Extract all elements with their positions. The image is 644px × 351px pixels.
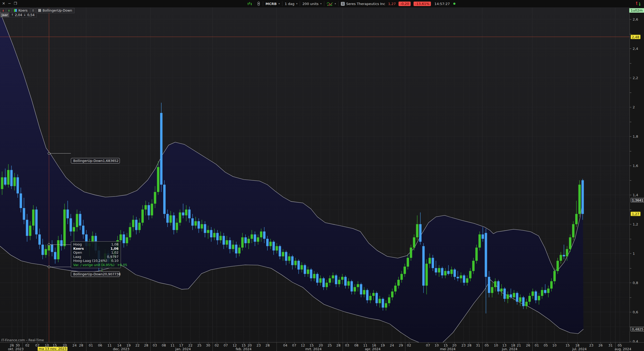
bollinger-down-label[interactable]: BollingerUp-Down2 0,907738 — [71, 271, 120, 277]
price-axis[interactable]: 1u02m 2,62,42,221,81,61,41,210,80,60,42,… — [630, 7, 644, 342]
price-axis-label: 2,2 — [633, 76, 638, 80]
change-pct-badge: -13,61% — [414, 2, 431, 6]
time-axis-day-label: 17 — [179, 343, 183, 347]
price-axis-label: 1 — [633, 252, 635, 256]
time-axis-day-label: 07 — [292, 343, 296, 347]
time-axis-day-label: 01 — [535, 343, 539, 347]
tab-bollinger[interactable]: BollingerUp-Down — [36, 8, 75, 13]
price-axis-tick — [630, 312, 631, 312]
tooltip-value: +0,05 — [117, 263, 127, 267]
time-axis-day-label: 20 — [248, 343, 252, 347]
arrow-up-icon: ↑ — [11, 13, 13, 17]
time-axis-day-label: 31 — [608, 343, 613, 347]
time-axis-day-label: 10 — [552, 343, 557, 347]
price-axis-label: 1,8 — [633, 134, 638, 138]
price-axis-tick — [630, 210, 631, 210]
time-axis-month-label: mei 2024 — [440, 347, 455, 351]
price-axis-tick — [630, 136, 631, 137]
price-axis-tick — [630, 341, 631, 342]
time-axis-day-label: 02 — [407, 343, 411, 347]
trading-app-window: ✕ ─ ❐ MCRB ▾ — [0, 0, 644, 351]
link-icon[interactable] — [254, 1, 263, 6]
time-axis-day-label: 12 — [301, 343, 305, 347]
time-axis-day-label: 05 — [544, 343, 548, 347]
time-axis-day-label: 05 — [618, 343, 622, 347]
time-axis-day-label: 28 — [336, 343, 341, 347]
time-axis-day-label: 30 — [16, 343, 20, 347]
tooltip-label: Hoog — [73, 242, 82, 247]
time-axis-month-separator — [615, 343, 616, 351]
candlestick-style-icon[interactable] — [245, 1, 254, 6]
timeframe-dropdown[interactable]: 1 dag ▾ — [282, 1, 300, 6]
time-axis-day-label: 26 — [526, 343, 530, 347]
price-axis-label: 1,4 — [633, 193, 638, 197]
chart-area[interactable]: BollingerUp-Down 1,683652 BollingerUp-Do… — [0, 7, 630, 342]
price-axis-label: 0,8 — [633, 281, 638, 285]
tooltip-value: 0,10 — [111, 259, 119, 263]
price-axis-tick — [630, 239, 631, 239]
time-axis-day-label: 11 — [170, 343, 175, 347]
price-axis-label: 2 — [633, 105, 635, 109]
time-axis-month-separator — [343, 343, 343, 351]
chart-type-button[interactable]: ▾ — [324, 1, 338, 6]
bollinger-up-label[interactable]: BollingerUp-Down 1,683652 — [71, 158, 120, 164]
units-dropdown[interactable]: 200 units ▾ — [300, 1, 324, 6]
time-axis-day-label: 11 — [363, 343, 367, 347]
price-axis-tick — [630, 34, 631, 34]
time-axis-month-label: aug. 2024 — [614, 347, 631, 351]
time-axis-day-label: 05 — [485, 343, 489, 347]
close-window-icon[interactable]: ✕ — [2, 1, 5, 6]
indicator-name: BollingerUp-Down — [73, 159, 103, 163]
symbol-label: MCRB — [266, 2, 277, 6]
time-axis-day-label: 21 — [517, 343, 521, 347]
time-axis-day-label: 29 — [399, 343, 403, 347]
time-axis-day-label: 15 — [566, 343, 570, 347]
time-axis-month-label: dec. 2023 — [113, 347, 129, 351]
indicator-swatch — [38, 9, 41, 12]
time-axis-day-label: 24 — [390, 343, 394, 347]
price-axis-tick — [630, 49, 631, 49]
arrow-down-icon: ↓ — [23, 13, 26, 17]
time-axis-day-label: 10 — [435, 343, 439, 347]
minimize-window-icon[interactable]: ─ — [8, 1, 11, 6]
restore-window-icon[interactable]: ❐ — [14, 1, 17, 6]
price-axis-value-chip: 1,27 — [631, 212, 641, 216]
time-axis-month-label: mrt. 2024 — [305, 347, 322, 351]
tooltip-label: Koers — [73, 247, 84, 251]
time-axis[interactable]: ma 13 nov. 2023 263002071015202428010611… — [0, 342, 644, 351]
price-chart-canvas[interactable] — [0, 7, 630, 342]
ohlc-tooltip: Hoog1,08 Koers1,06 Open1,02 Laag0,9797 H… — [71, 241, 121, 268]
time-axis-day-label: 19 — [381, 343, 385, 347]
company-name: Seres Therapeutics Inc — [346, 2, 385, 6]
time-axis-day-label: 25 — [197, 343, 201, 347]
tooltip-value: 1,02 — [111, 251, 119, 255]
time-axis-day-label: 28 — [144, 343, 148, 347]
time-axis-month-label: apr. 2024 — [365, 347, 380, 351]
symbol-dropdown[interactable]: MCRB ▾ — [263, 1, 282, 6]
refresh-sync-icon[interactable] — [635, 1, 642, 8]
candlestick-style-icon — [247, 2, 252, 6]
price-axis-tick — [630, 283, 631, 283]
price-axis-tick — [630, 166, 631, 166]
price-axis-tick — [630, 297, 631, 298]
time-axis-day-label: 14 — [117, 343, 121, 347]
quote-time: 14:57:27 — [434, 2, 450, 6]
time-axis-month-label: jan. 2024 — [175, 347, 191, 351]
price-axis-tick — [630, 268, 631, 268]
info-icon[interactable]: i — [341, 2, 345, 6]
price-axis-tick — [630, 151, 631, 151]
time-axis-day-label: 15 — [242, 343, 246, 347]
time-axis-day-label: 12 — [233, 343, 237, 347]
time-axis-month-label: okt. 2023 — [8, 347, 24, 351]
time-axis-day-label: 19 — [126, 343, 131, 347]
price-axis-value-chip: 2,48 — [631, 35, 641, 39]
time-axis-month-label: feb. 2024 — [236, 347, 252, 351]
time-axis-day-label: 08 — [354, 343, 358, 347]
time-axis-day-label: 10 — [494, 343, 498, 347]
time-axis-day-label: 28 — [266, 343, 270, 347]
link-icon — [257, 2, 260, 6]
chevron-down-icon: ▾ — [335, 2, 336, 5]
price-axis-tick — [630, 195, 631, 195]
time-axis-day-label: 20 — [319, 343, 323, 347]
time-axis-day-label: 26 — [10, 343, 14, 347]
